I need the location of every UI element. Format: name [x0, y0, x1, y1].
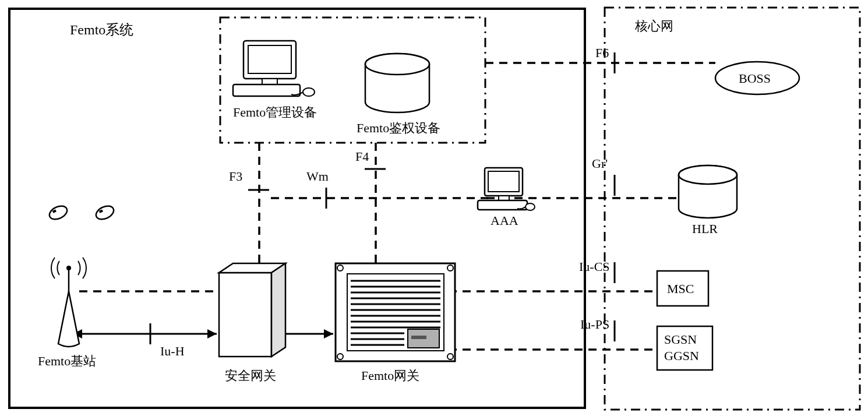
mgmt-device-icon: [233, 41, 315, 96]
mgmt-box: [220, 17, 485, 143]
svg-marker-16: [219, 273, 271, 357]
svg-point-14: [94, 203, 115, 222]
iups-label: Iu-PS: [580, 317, 609, 332]
svg-marker-18: [271, 263, 285, 357]
svg-rect-2: [262, 79, 277, 84]
iuh-label: Iu-H: [160, 344, 185, 359]
hlr-label: HLR: [692, 221, 718, 237]
svg-point-23: [447, 354, 453, 359]
auth-device-label: Femto鉴权设备: [357, 119, 440, 137]
iucs-label: Iu-CS: [579, 259, 610, 274]
svg-rect-1: [248, 45, 291, 73]
gr-label: Gr': [592, 156, 608, 171]
hlr-icon: [679, 165, 737, 218]
svg-point-22: [337, 354, 343, 359]
svg-point-11: [66, 266, 71, 270]
wm-label: Wm: [306, 169, 329, 184]
svg-marker-9: [324, 329, 333, 339]
svg-point-12: [47, 203, 69, 222]
svg-rect-40: [488, 171, 519, 192]
aaa-icon: [478, 168, 535, 210]
svg-point-20: [337, 265, 343, 271]
svg-point-43: [525, 203, 535, 210]
svg-point-6: [365, 54, 429, 75]
svg-point-45: [679, 165, 737, 184]
f4-label: F4: [355, 149, 369, 164]
boss-label: BOSS: [739, 71, 771, 86]
mgmt-device-label: Femto管理设备: [233, 104, 317, 121]
msc-label: MSC: [667, 281, 694, 297]
ggsn-label: GGSN: [664, 348, 699, 364]
svg-rect-38: [411, 336, 426, 339]
f3-label: F3: [229, 169, 242, 184]
security-gw-icon: [219, 263, 285, 357]
femto-system-title: Femto系统: [70, 20, 133, 39]
svg-rect-3: [233, 84, 300, 96]
svg-point-4: [303, 88, 315, 96]
femto-gw-icon: [336, 263, 455, 361]
svg-point-21: [447, 265, 453, 271]
auth-device-icon: [365, 54, 429, 112]
sgsn-label: SGSN: [664, 332, 697, 347]
femto-bs-label: Femto基站: [38, 352, 96, 370]
ue-icons: [47, 203, 115, 222]
femto-gw-label: Femto网关: [361, 367, 419, 385]
svg-marker-7: [207, 329, 217, 339]
core-network-title: 核心网: [635, 17, 673, 35]
f6-label: F6: [595, 45, 609, 61]
aaa-label: AAA: [491, 213, 518, 228]
security-gw-label: 安全网关: [225, 367, 276, 385]
